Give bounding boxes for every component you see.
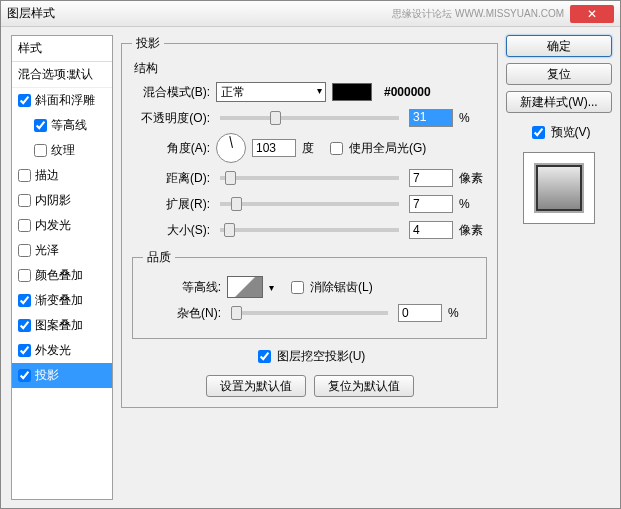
watermark-text: 思缘设计论坛 WWW.MISSYUAN.COM [392, 7, 564, 21]
style-item-label: 外发光 [35, 342, 71, 359]
distance-slider[interactable] [220, 176, 399, 180]
style-item-label: 内发光 [35, 217, 71, 234]
style-item-label: 颜色叠加 [35, 267, 83, 284]
style-item-checkbox[interactable] [18, 219, 31, 232]
chevron-down-icon: ▾ [269, 282, 274, 293]
blend-mode-label: 混合模式(B): [132, 84, 210, 101]
reset-default-button[interactable]: 复位为默认值 [314, 375, 414, 397]
preview-swatch [523, 152, 595, 224]
style-item[interactable]: 光泽 [12, 238, 112, 263]
spread-slider[interactable] [220, 202, 399, 206]
blend-options-default[interactable]: 混合选项:默认 [12, 62, 112, 88]
layer-style-dialog: 图层样式 思缘设计论坛 WWW.MISSYUAN.COM ✕ 样式 混合选项:默… [0, 0, 621, 509]
opacity-unit: % [459, 111, 487, 125]
style-item-checkbox[interactable] [18, 244, 31, 257]
style-item[interactable]: 斜面和浮雕 [12, 88, 112, 113]
action-panel: 确定 复位 新建样式(W)... 预览(V) [506, 35, 612, 500]
size-input[interactable] [409, 221, 453, 239]
style-item[interactable]: 渐变叠加 [12, 288, 112, 313]
shadow-color-hex: #000000 [384, 85, 431, 99]
style-item[interactable]: 颜色叠加 [12, 263, 112, 288]
style-item[interactable]: 等高线 [12, 113, 112, 138]
blend-mode-select[interactable] [216, 82, 326, 102]
size-unit: 像素 [459, 222, 487, 239]
style-item[interactable]: 内发光 [12, 213, 112, 238]
style-item-checkbox[interactable] [18, 94, 31, 107]
quality-title: 品质 [143, 249, 175, 266]
style-item-checkbox[interactable] [18, 319, 31, 332]
style-item-label: 纹理 [51, 142, 75, 159]
opacity-slider[interactable] [220, 116, 399, 120]
spread-label: 扩展(R): [132, 196, 210, 213]
style-item-checkbox[interactable] [18, 269, 31, 282]
style-item-label: 斜面和浮雕 [35, 92, 95, 109]
structure-title: 结构 [134, 60, 487, 77]
style-item-checkbox[interactable] [18, 294, 31, 307]
style-item-checkbox[interactable] [34, 119, 47, 132]
distance-label: 距离(D): [132, 170, 210, 187]
style-item-checkbox[interactable] [18, 169, 31, 182]
angle-label: 角度(A): [132, 140, 210, 157]
spread-input[interactable] [409, 195, 453, 213]
styles-panel: 样式 混合选项:默认 斜面和浮雕等高线纹理描边内阴影内发光光泽颜色叠加渐变叠加图… [11, 35, 113, 500]
size-slider[interactable] [220, 228, 399, 232]
knockout-checkbox[interactable]: 图层挖空投影(U) [254, 347, 366, 366]
close-icon: ✕ [587, 7, 597, 21]
style-item[interactable]: 纹理 [12, 138, 112, 163]
spread-unit: % [459, 197, 487, 211]
preview-thumb-icon [536, 165, 582, 211]
style-item-label: 渐变叠加 [35, 292, 83, 309]
cancel-button[interactable]: 复位 [506, 63, 612, 85]
noise-slider[interactable] [231, 311, 388, 315]
global-light-checkbox[interactable]: 使用全局光(G) [326, 139, 426, 158]
shadow-panel-title: 投影 [132, 35, 164, 52]
opacity-label: 不透明度(O): [132, 110, 210, 127]
contour-label: 等高线: [143, 279, 221, 296]
angle-unit: 度 [302, 140, 314, 157]
style-item-checkbox[interactable] [18, 369, 31, 382]
shadow-panel: 投影 结构 混合模式(B): ▾ #000000 不透明度(O): 31 % [121, 35, 498, 408]
style-item[interactable]: 描边 [12, 163, 112, 188]
size-label: 大小(S): [132, 222, 210, 239]
style-item-label: 光泽 [35, 242, 59, 259]
shadow-color-swatch[interactable] [332, 83, 372, 101]
angle-dial[interactable] [216, 133, 246, 163]
style-item-checkbox[interactable] [34, 144, 47, 157]
style-item-label: 投影 [35, 367, 59, 384]
style-item-checkbox[interactable] [18, 194, 31, 207]
antialias-checkbox[interactable]: 消除锯齿(L) [287, 278, 373, 297]
style-item-label: 等高线 [51, 117, 87, 134]
noise-unit: % [448, 306, 476, 320]
noise-label: 杂色(N): [143, 305, 221, 322]
make-default-button[interactable]: 设置为默认值 [206, 375, 306, 397]
style-item-checkbox[interactable] [18, 344, 31, 357]
close-button[interactable]: ✕ [570, 5, 614, 23]
styles-header: 样式 [12, 36, 112, 62]
preview-checkbox[interactable]: 预览(V) [528, 123, 591, 142]
settings-area: 投影 结构 混合模式(B): ▾ #000000 不透明度(O): 31 % [121, 35, 498, 500]
title-bar: 图层样式 思缘设计论坛 WWW.MISSYUAN.COM ✕ [1, 1, 620, 27]
distance-unit: 像素 [459, 170, 487, 187]
style-item[interactable]: 图案叠加 [12, 313, 112, 338]
style-item-label: 内阴影 [35, 192, 71, 209]
ok-button[interactable]: 确定 [506, 35, 612, 57]
style-item-label: 图案叠加 [35, 317, 83, 334]
style-item[interactable]: 外发光 [12, 338, 112, 363]
noise-input[interactable] [398, 304, 442, 322]
distance-input[interactable] [409, 169, 453, 187]
opacity-input[interactable]: 31 [409, 109, 453, 127]
window-title: 图层样式 [7, 5, 392, 22]
contour-picker[interactable]: ▾ [227, 276, 263, 298]
style-item-label: 描边 [35, 167, 59, 184]
quality-group: 品质 等高线: ▾ 消除锯齿(L) 杂色(N): % [132, 249, 487, 339]
new-style-button[interactable]: 新建样式(W)... [506, 91, 612, 113]
style-item[interactable]: 内阴影 [12, 188, 112, 213]
angle-input[interactable] [252, 139, 296, 157]
style-item[interactable]: 投影 [12, 363, 112, 388]
